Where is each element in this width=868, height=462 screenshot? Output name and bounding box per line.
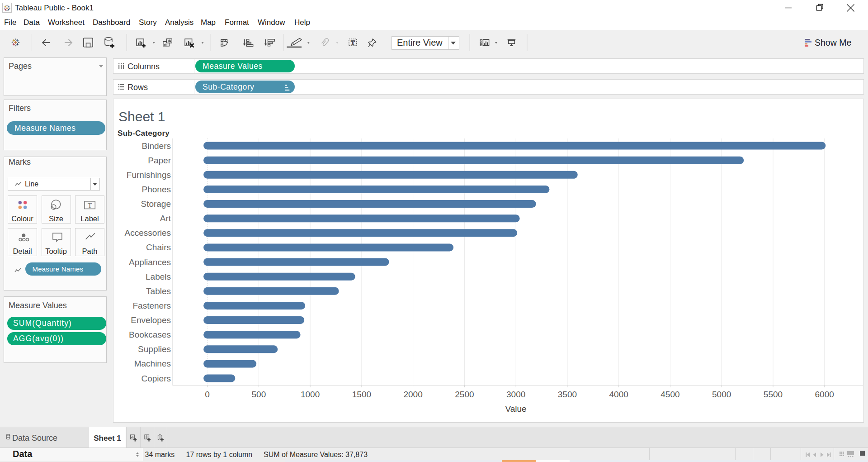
svg-text:T: T <box>351 39 355 46</box>
svg-text:T: T <box>88 202 92 209</box>
